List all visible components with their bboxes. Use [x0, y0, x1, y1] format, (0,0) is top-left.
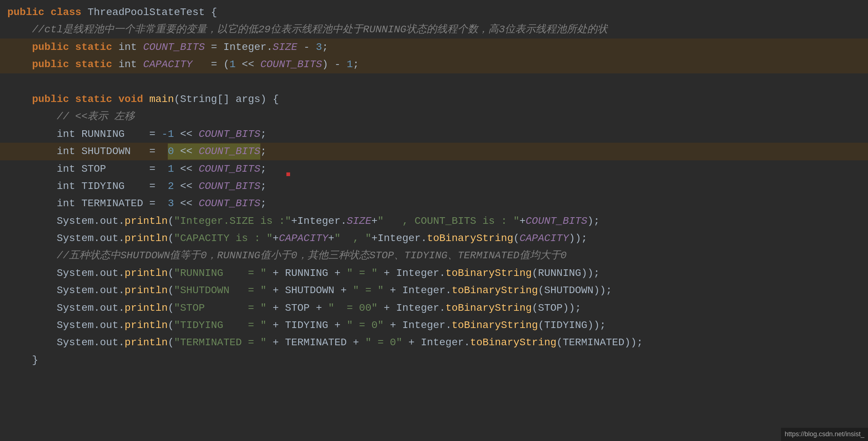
- println-1: println: [124, 213, 168, 229]
- size-field: SIZE: [273, 39, 297, 55]
- system-class-5: System: [7, 300, 94, 316]
- keyword-public-2: public: [7, 39, 69, 55]
- keyword-int-stop: int: [7, 161, 75, 177]
- code-line-6: public static void main(String[] args) {: [0, 91, 868, 108]
- code-line-20: System.out.println("TERMINATED = " + TER…: [0, 334, 868, 351]
- code-container: public class ThreadPoolStateTest { //ctl…: [0, 0, 868, 372]
- param-args: args: [236, 91, 260, 107]
- class-name: ThreadPoolStateTest: [87, 4, 205, 20]
- code-line-10: int STOP = 1 << COUNT_BITS;: [0, 160, 868, 178]
- code-line-21: }: [0, 351, 868, 369]
- code-line-12: int TERMINATED = 3 << COUNT_BITS;: [0, 195, 868, 212]
- println-7: println: [124, 335, 168, 350]
- const-count-bits-terminated: COUNT_BITS: [199, 196, 260, 211]
- number-3: 3: [316, 39, 322, 55]
- println-3: println: [124, 265, 168, 281]
- url-text: https://blog.csdn.net/insist_: [785, 430, 864, 438]
- comment-ctl: //ctl是线程池中一个非常重要的变量，以它的低29位表示线程池中处于RUNNI…: [7, 22, 608, 37]
- string-1: "Integer.SIZE is :": [174, 213, 291, 229]
- keyword-static-3: static: [75, 91, 112, 107]
- const-count-bits-shutdown: COUNT_BITS: [199, 146, 260, 157]
- system-class-6: System: [7, 317, 94, 333]
- number-1c: 1: [168, 161, 174, 177]
- code-line-15: //五种状态中SHUTDOWN值等于0，RUNNING值小于0，其他三种状态ST…: [0, 247, 868, 264]
- keyword-int-running: int: [7, 126, 75, 142]
- code-line-11: int TIDYING = 2 << COUNT_BITS;: [0, 178, 868, 195]
- number-2: 2: [168, 178, 174, 194]
- println-6: println: [124, 317, 168, 333]
- println-2: println: [124, 230, 168, 246]
- keyword-int-2: int: [118, 57, 137, 72]
- const-count-bits-stop: COUNT_BITS: [199, 161, 260, 177]
- var-terminated: TERMINATED: [82, 196, 143, 211]
- code-line-14: System.out.println("CAPACITY is : "+CAPA…: [0, 230, 868, 247]
- var-stop: STOP: [82, 161, 106, 177]
- code-line-16: System.out.println("RUNNING = " + RUNNIN…: [0, 265, 868, 282]
- var-running: RUNNING: [82, 126, 125, 142]
- println-5: println: [124, 300, 168, 316]
- var-shutdown: SHUTDOWN: [82, 143, 131, 159]
- comment-shift: // <<表示 左移: [7, 109, 135, 124]
- system-class-4: System: [7, 283, 94, 298]
- out-2: out: [100, 230, 118, 246]
- keyword-void: void: [118, 91, 143, 107]
- system-class-2: System: [7, 230, 94, 246]
- number-0: 0: [168, 146, 174, 157]
- out-7: out: [100, 335, 118, 350]
- keyword-static-2: static: [75, 57, 112, 72]
- println-4: println: [124, 283, 168, 298]
- keyword-int-shutdown: int: [7, 143, 75, 159]
- number-1b: 1: [347, 57, 353, 72]
- keyword-public-4: public: [7, 91, 69, 107]
- code-line-2: //ctl是线程池中一个非常重要的变量，以它的低29位表示线程池中处于RUNNI…: [0, 21, 868, 38]
- number-neg1: -1: [162, 126, 174, 142]
- code-line-5: [0, 73, 868, 91]
- const-count-bits-tidying: COUNT_BITS: [199, 178, 260, 194]
- system-class-7: System: [7, 335, 94, 350]
- keyword-static: static: [75, 39, 112, 55]
- method-main: main: [149, 91, 174, 107]
- string-2: "CAPACITY is : ": [174, 230, 273, 246]
- code-line-18: System.out.println("STOP = " + STOP + " …: [0, 299, 868, 317]
- close-brace-inner: }: [7, 352, 38, 368]
- keyword-class: class: [51, 4, 82, 20]
- system-class-1: System: [7, 213, 94, 229]
- system-class-3: System: [7, 265, 94, 281]
- integer-class: Integer: [223, 39, 267, 55]
- out-6: out: [100, 317, 118, 333]
- keyword-public-3: public: [7, 57, 69, 72]
- const-count-bits-running: COUNT_BITS: [199, 126, 260, 142]
- const-capacity: CAPACITY: [143, 57, 192, 72]
- shutdown-highlight: 0 << COUNT_BITS: [168, 143, 260, 159]
- keyword-int-tidying: int: [7, 178, 75, 194]
- out-1: out: [100, 213, 118, 229]
- cursor-dot: [286, 172, 290, 176]
- out-4: out: [100, 283, 118, 298]
- const-count-bits-ref: COUNT_BITS: [260, 57, 322, 72]
- out-5: out: [100, 300, 118, 316]
- keyword-int: int: [118, 39, 137, 55]
- keyword-int-terminated: int: [7, 196, 75, 211]
- code-line-17: System.out.println("SHUTDOWN = " + SHUTD…: [0, 282, 868, 299]
- url-bar: https://blog.csdn.net/insist_: [781, 428, 868, 441]
- code-line-9: int SHUTDOWN = 0 << COUNT_BITS;: [0, 143, 868, 160]
- code-line-13: System.out.println("Integer.SIZE is :"+I…: [0, 212, 868, 230]
- code-line-4: public static int CAPACITY = (1 << COUNT…: [0, 56, 868, 73]
- code-line-7: // <<表示 左移: [0, 108, 868, 125]
- param-string: String: [180, 91, 217, 107]
- code-line-1: public class ThreadPoolStateTest {: [0, 4, 868, 21]
- number-3b: 3: [168, 196, 174, 211]
- code-line-8: int RUNNING = -1 << COUNT_BITS;: [0, 125, 868, 143]
- code-line-19: System.out.println("TIDYING = " + TIDYIN…: [0, 317, 868, 334]
- const-count-bits: COUNT_BITS: [143, 39, 205, 55]
- open-brace: {: [211, 4, 217, 20]
- number-1a: 1: [229, 57, 236, 72]
- code-line-3: public static int COUNT_BITS = Integer.S…: [0, 39, 868, 56]
- var-tidying: TIDYING: [82, 178, 125, 194]
- comment-states: //五种状态中SHUTDOWN值等于0，RUNNING值小于0，其他三种状态ST…: [7, 248, 567, 263]
- out-3: out: [100, 265, 118, 281]
- keyword-public: public: [7, 4, 44, 20]
